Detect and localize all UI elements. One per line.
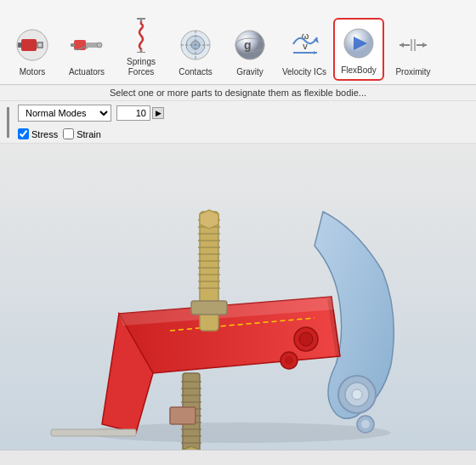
viewport[interactable] (0, 144, 476, 450)
svg-marker-57 (200, 210, 218, 229)
svg-marker-31 (422, 43, 427, 48)
motors-label: Motors (20, 67, 46, 77)
bottom-bar (0, 450, 476, 465)
svg-marker-30 (400, 43, 404, 48)
strain-checkbox-label[interactable]: Strain (63, 128, 101, 139)
tool-springs-forces[interactable]: SpringsForces (116, 11, 167, 81)
flexbody-icon (338, 23, 379, 64)
svg-rect-1 (21, 39, 37, 51)
svg-rect-8 (71, 43, 75, 47)
svg-point-38 (352, 389, 362, 400)
number-group: ▶ (116, 105, 164, 121)
contacts-label: Contacts (178, 67, 212, 77)
velocity-icon: ω v (284, 25, 325, 65)
options-section: Normal Modes Static Residuals ▶ Stress S… (18, 105, 164, 139)
svg-point-40 (361, 420, 370, 428)
contacts-icon (175, 25, 216, 65)
tool-motors[interactable]: Motors (7, 21, 58, 81)
svg-rect-71 (170, 407, 196, 424)
svg-text:g: g (244, 38, 252, 52)
toolbar: Motors Actuators (0, 0, 476, 85)
stress-checkbox-label[interactable]: Stress (18, 128, 58, 139)
options-row: Normal Modes Static Residuals ▶ Stress S… (0, 101, 476, 144)
tool-actuators[interactable]: Actuators (61, 21, 112, 81)
svg-marker-25 (314, 51, 317, 54)
tool-contacts[interactable]: Contacts (170, 21, 221, 81)
tool-gravity[interactable]: g Gravity (224, 21, 275, 81)
springs-label: SpringsForces (127, 57, 156, 77)
strain-checkbox[interactable] (63, 128, 74, 139)
options-border (7, 107, 9, 138)
tool-velocity-ics[interactable]: ω v Velocity ICs (279, 21, 330, 81)
springs-icon (121, 14, 162, 55)
stress-label: Stress (31, 129, 58, 139)
mode-row: Normal Modes Static Residuals ▶ (18, 105, 164, 122)
mode-number-up[interactable]: ▶ (152, 107, 164, 119)
status-bar: Select one or more parts to designate th… (0, 85, 476, 101)
stress-checkbox[interactable] (18, 128, 29, 139)
scene-svg (0, 144, 476, 450)
svg-rect-58 (191, 301, 227, 315)
actuators-label: Actuators (69, 67, 105, 77)
svg-point-5 (37, 43, 42, 48)
svg-point-9 (97, 43, 102, 48)
velocity-label: Velocity ICs (282, 67, 326, 77)
svg-marker-24 (314, 37, 319, 43)
proximity-label: Proximity (395, 67, 430, 77)
gravity-icon: g (230, 25, 270, 65)
svg-point-44 (285, 356, 293, 365)
svg-rect-34 (0, 144, 476, 450)
tool-proximity[interactable]: Proximity (388, 21, 439, 81)
proximity-icon (393, 25, 434, 65)
actuators-icon (66, 25, 107, 65)
flexbody-label: FlexBody (341, 65, 377, 76)
strain-label: Strain (76, 129, 101, 139)
mode-select[interactable]: Normal Modes Static Residuals (18, 105, 111, 122)
tool-flexbody[interactable]: FlexBody (333, 18, 384, 81)
motors-icon (12, 25, 53, 65)
status-message: Select one or more parts to designate th… (110, 88, 366, 98)
gravity-label: Gravity (236, 67, 264, 77)
svg-rect-72 (51, 429, 136, 436)
checkbox-row: Stress Strain (18, 128, 164, 139)
svg-point-42 (299, 332, 313, 346)
mode-number-input[interactable] (116, 105, 150, 121)
